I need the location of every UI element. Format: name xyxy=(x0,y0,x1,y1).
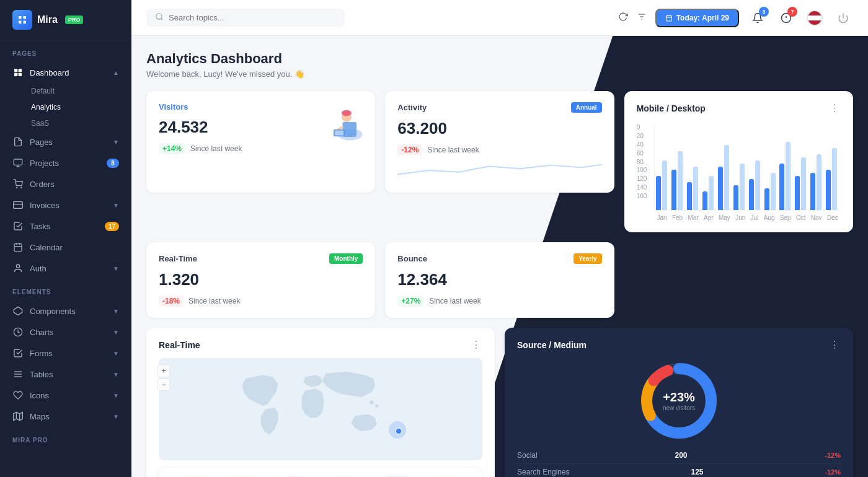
svg-line-25 xyxy=(161,19,163,20)
topbar-actions: Today: April 29 3 7 xyxy=(618,8,853,28)
realtime-footer: -18% Since last week xyxy=(159,295,363,307)
icons-icon xyxy=(12,390,24,401)
chevron-icon: ▼ xyxy=(113,202,119,209)
charts-label: Charts xyxy=(30,328,107,337)
refresh-icon[interactable] xyxy=(618,12,628,24)
sidebar-sub-saas[interactable]: SaaS xyxy=(0,115,131,131)
activity-value: 63.200 xyxy=(397,119,601,138)
svg-point-8 xyxy=(21,187,22,188)
activity-card: Activity Annual 63.200 -12% Since last w… xyxy=(385,91,614,193)
donut-text: +23% new visitors xyxy=(663,390,695,411)
sidebar-item-components[interactable]: Components ▼ xyxy=(0,300,131,322)
tables-icon xyxy=(12,369,24,380)
tasks-badge: 17 xyxy=(105,222,119,231)
sidebar-sub-analytics[interactable]: Analytics xyxy=(0,99,131,115)
sidebar-item-tables[interactable]: Tables ▼ xyxy=(0,364,131,385)
svg-rect-2 xyxy=(14,73,17,76)
activity-label: Activity xyxy=(397,103,427,112)
sidebar-item-icons[interactable]: Icons ▼ xyxy=(0,385,131,406)
visitors-label: Visitors xyxy=(159,102,188,112)
tasks-label: Tasks xyxy=(30,222,99,231)
projects-icon xyxy=(12,157,24,168)
source-search-count: 125 xyxy=(691,468,704,476)
source-search-name: Search Engines xyxy=(517,468,570,476)
sidebar-item-calendar[interactable]: Calendar xyxy=(0,237,131,258)
realtime-since: Since last week xyxy=(188,297,240,305)
maps-label: Maps xyxy=(30,412,107,421)
bounce-tag: Yearly xyxy=(574,253,601,264)
visitors-change: +14% xyxy=(159,143,185,154)
sidebar-item-auth[interactable]: Auth ▼ xyxy=(0,258,131,279)
main-content: Today: April 29 3 7 Analytics Dashboard … xyxy=(131,0,868,477)
alerts-button[interactable]: 7 xyxy=(776,8,796,28)
activity-change: -12% xyxy=(397,144,422,155)
map-menu-icon[interactable]: ⋮ xyxy=(471,339,482,351)
chart-menu-icon[interactable]: ⋮ xyxy=(830,102,841,114)
app-name: Mira xyxy=(37,14,58,25)
source-menu-icon[interactable]: ⋮ xyxy=(830,339,841,351)
forms-icon xyxy=(12,348,24,359)
notifications-button[interactable]: 3 xyxy=(748,8,768,28)
search-input[interactable] xyxy=(169,13,336,22)
sidebar-item-pages[interactable]: Pages ▼ xyxy=(0,131,131,152)
activity-footer: -12% Since last week xyxy=(397,144,601,155)
svg-rect-0 xyxy=(14,69,17,72)
sidebar-item-orders[interactable]: Orders xyxy=(0,173,131,195)
section-label-mirapro: MIRA PRO xyxy=(0,427,131,449)
chevron-icon: ▼ xyxy=(113,392,119,399)
pages-label: Pages xyxy=(30,138,107,147)
donut-pct: +23% xyxy=(663,390,695,405)
realtime-tag: Monthly xyxy=(329,253,363,264)
sidebar-item-projects[interactable]: Projects 8 xyxy=(0,152,131,173)
svg-point-15 xyxy=(16,265,19,268)
chart-x-labels: JanFebMarAprMayJun JulAugSepOctNovDec xyxy=(654,214,841,221)
svg-marker-21 xyxy=(14,412,23,420)
sidebar-sub-default[interactable]: Default xyxy=(0,83,131,99)
power-button[interactable] xyxy=(833,8,853,28)
map-controls: + − xyxy=(157,365,170,391)
logo-icon xyxy=(12,10,32,30)
icons-label: Icons xyxy=(30,391,107,400)
maps-icon xyxy=(12,411,24,422)
notif-badge-1: 3 xyxy=(759,7,769,17)
mobile-desktop-chart: Mobile / Desktop ⋮ 160140120100 80604020… xyxy=(624,91,853,232)
chevron-icon: ▼ xyxy=(113,371,119,378)
sidebar-item-maps[interactable]: Maps ▼ xyxy=(0,406,131,427)
svg-point-24 xyxy=(156,14,162,19)
chevron-icon: ▼ xyxy=(113,413,119,420)
svg-point-7 xyxy=(16,187,17,188)
svg-rect-38 xyxy=(343,122,356,137)
bounce-card: Bounce Yearly 12.364 +27% Since last wee… xyxy=(385,242,614,318)
source-medium-card: Source / Medium ⋮ xyxy=(505,328,853,477)
svg-point-44 xyxy=(370,400,374,405)
sidebar-item-dashboard[interactable]: Dashboard ▲ xyxy=(0,62,131,83)
donut-chart-area: +23% new visitors xyxy=(517,361,841,441)
invoices-icon xyxy=(12,199,24,211)
search-icon xyxy=(155,12,164,23)
date-button[interactable]: Today: April 29 xyxy=(655,9,739,27)
invoices-label: Invoices xyxy=(30,201,107,210)
sidebar-item-invoices[interactable]: Invoices ▼ xyxy=(0,195,131,216)
source-row-social: Social 200 -12% xyxy=(517,447,841,464)
page-header: Analytics Dashboard Welcome back, Lucy! … xyxy=(146,51,853,79)
realtime-card: Real-Time Monthly 1.320 -18% Since last … xyxy=(146,242,375,318)
components-label: Components xyxy=(30,307,107,316)
svg-marker-16 xyxy=(14,307,22,315)
sidebar-item-forms[interactable]: Forms ▼ xyxy=(0,343,131,364)
svg-rect-3 xyxy=(19,73,22,76)
svg-rect-29 xyxy=(666,15,671,21)
svg-rect-9 xyxy=(14,202,23,209)
sidebar-item-tasks[interactable]: Tasks 17 xyxy=(0,216,131,237)
source-social-count: 200 xyxy=(675,451,687,460)
zoom-in-button[interactable]: + xyxy=(157,365,170,377)
topbar: Today: April 29 3 7 xyxy=(131,0,868,36)
map-title: Real-Time xyxy=(159,340,200,350)
visitors-since: Since last week xyxy=(190,144,242,153)
chevron-icon: ▼ xyxy=(113,329,119,336)
sidebar-item-charts[interactable]: Charts ▼ xyxy=(0,322,131,343)
activity-since: Since last week xyxy=(427,146,479,154)
filter-icon[interactable] xyxy=(637,12,647,24)
flag-button[interactable] xyxy=(805,8,825,28)
zoom-out-button[interactable]: − xyxy=(157,379,170,391)
orders-label: Orders xyxy=(30,180,119,189)
